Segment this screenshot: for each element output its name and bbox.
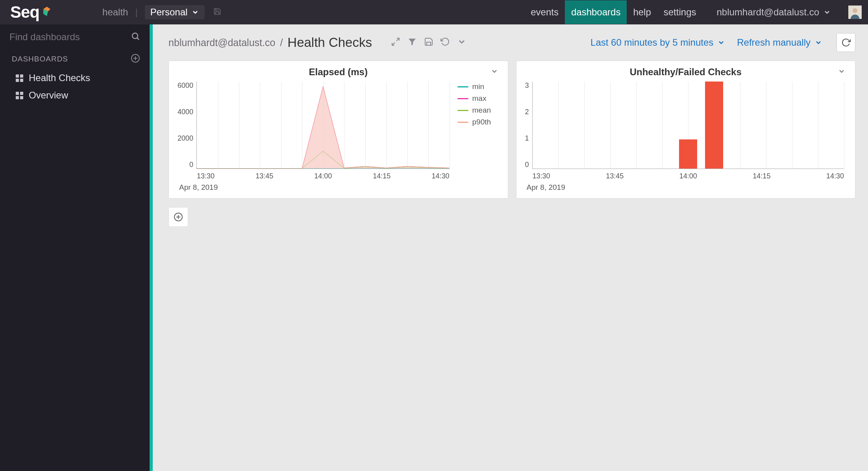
- save-icon[interactable]: [424, 37, 433, 48]
- search-icon[interactable]: [131, 32, 140, 43]
- sidebar-search: [0, 24, 150, 50]
- nav-items: eventsdashboardshelpsettings: [524, 0, 702, 24]
- bar[interactable]: [705, 82, 723, 169]
- line-chart: 6000400020000 13:3013:4514:0014:1514:30 …: [176, 80, 501, 182]
- sidebar-section-title: DASHBOARDS: [12, 55, 68, 63]
- y-axis: 3210: [524, 80, 532, 182]
- bar[interactable]: [679, 139, 697, 169]
- logo-text: Seq: [10, 3, 39, 22]
- nav-item-dashboards[interactable]: dashboards: [565, 0, 627, 24]
- chevron-down-icon[interactable]: [457, 37, 466, 48]
- svg-line-7: [396, 38, 399, 41]
- sidebar-item-label: Overview: [29, 90, 68, 101]
- svg-line-3: [137, 38, 139, 40]
- chevron-down-icon: [814, 39, 822, 46]
- grid-icon: [16, 74, 23, 82]
- legend: minmaxmeanp90th: [453, 80, 501, 182]
- add-dashboard-icon[interactable]: [131, 54, 140, 65]
- search-input[interactable]: [9, 32, 131, 43]
- chart-card-elapsed: Elapsed (ms) 6000400020000 13:3013:4514:…: [168, 61, 508, 198]
- undo-icon[interactable]: [440, 37, 450, 48]
- save-signal-icon[interactable]: [213, 7, 221, 18]
- expand-icon[interactable]: [391, 37, 400, 48]
- sidebar-list: Health ChecksOverview: [0, 67, 150, 106]
- x-axis: 13:3013:4514:0014:1514:30: [197, 172, 449, 180]
- nav-item-events[interactable]: events: [524, 0, 565, 24]
- sidebar-item-health-checks[interactable]: Health Checks: [0, 69, 150, 87]
- filter-icon[interactable]: [407, 37, 417, 48]
- logo[interactable]: Seq: [10, 3, 51, 22]
- page-header: nblumhardt@datalust.co / Health Checks L…: [153, 24, 868, 61]
- legend-item[interactable]: min: [457, 82, 499, 91]
- time-range-picker[interactable]: Last 60 minutes by 5 minutes: [590, 37, 725, 48]
- card-menu-icon[interactable]: [490, 67, 498, 77]
- signal-name[interactable]: health: [102, 7, 128, 18]
- signal-selector-label: Personal: [150, 7, 188, 18]
- svg-line-8: [392, 43, 395, 45]
- chevron-down-icon: [823, 8, 831, 16]
- plot-area[interactable]: 13:3013:4514:0014:1514:30: [532, 82, 844, 169]
- user-label: nblumhardt@datalust.co: [716, 7, 819, 18]
- chevron-down-icon: [191, 8, 199, 16]
- user-menu[interactable]: nblumhardt@datalust.co: [716, 7, 831, 18]
- svg-point-1: [853, 8, 857, 13]
- legend-item[interactable]: max: [457, 94, 499, 103]
- date-label: Apr 8, 2019: [527, 183, 848, 192]
- logo-icon: [43, 6, 51, 19]
- top-nav-right: eventsdashboardshelpsettings nblumhardt@…: [524, 0, 862, 24]
- chart-card-unhealthy: Unhealthy/Failed Checks 3210 13:3013:451…: [516, 61, 856, 198]
- signal-separator: |: [135, 7, 137, 18]
- signal-bar: health | Personal: [102, 5, 221, 19]
- signal-selector[interactable]: Personal: [145, 5, 205, 19]
- accent-strip: [150, 24, 153, 471]
- top-nav: Seq health | Personal eventsdashboardshe…: [0, 0, 868, 24]
- sidebar-section-header: DASHBOARDS: [0, 50, 150, 67]
- page-header-right: Last 60 minutes by 5 minutes Refresh man…: [590, 33, 855, 52]
- date-label: Apr 8, 2019: [179, 183, 501, 192]
- plot-area[interactable]: 13:3013:4514:0014:1514:30: [196, 82, 449, 169]
- refresh-mode-picker[interactable]: Refresh manually: [737, 37, 822, 48]
- breadcrumb-sep: /: [280, 37, 283, 48]
- layout: DASHBOARDS Health ChecksOverview nblumha…: [0, 24, 868, 471]
- bar-chart: 3210 13:3013:4514:0014:1514:30: [524, 80, 848, 182]
- avatar[interactable]: [848, 6, 862, 19]
- chevron-down-icon: [717, 39, 725, 46]
- sidebar-item-label: Health Checks: [29, 72, 90, 83]
- card-title: Elapsed (ms): [309, 67, 368, 78]
- grid-icon: [16, 92, 23, 99]
- sidebar: DASHBOARDS Health ChecksOverview: [0, 24, 150, 471]
- card-title: Unhealthy/Failed Checks: [630, 67, 742, 78]
- sidebar-item-overview[interactable]: Overview: [0, 87, 150, 104]
- nav-item-help[interactable]: help: [627, 0, 657, 24]
- nav-item-settings[interactable]: settings: [657, 0, 703, 24]
- card-menu-icon[interactable]: [838, 67, 846, 77]
- main: nblumhardt@datalust.co / Health Checks L…: [153, 24, 868, 471]
- add-chart-button[interactable]: [168, 207, 188, 227]
- svg-point-2: [132, 33, 138, 39]
- legend-item[interactable]: mean: [457, 106, 499, 115]
- time-range-label: Last 60 minutes by 5 minutes: [590, 37, 713, 48]
- legend-item[interactable]: p90th: [457, 118, 499, 126]
- refresh-mode-label: Refresh manually: [737, 37, 811, 48]
- x-axis: 13:3013:4514:0014:1514:30: [533, 172, 844, 180]
- breadcrumb-owner[interactable]: nblumhardt@datalust.co: [168, 37, 275, 48]
- page-title: Health Checks: [287, 35, 372, 50]
- y-axis: 6000400020000: [176, 80, 196, 182]
- refresh-button[interactable]: [837, 33, 855, 52]
- cards-row: Elapsed (ms) 6000400020000 13:3013:4514:…: [153, 61, 868, 198]
